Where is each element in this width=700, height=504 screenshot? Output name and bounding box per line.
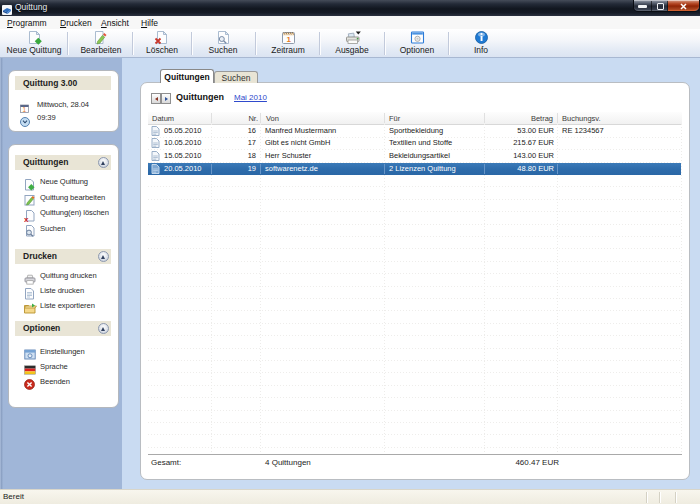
svg-text:1: 1 [23,106,27,113]
svg-text:1: 1 [287,35,292,44]
svg-text:x: x [24,215,29,223]
